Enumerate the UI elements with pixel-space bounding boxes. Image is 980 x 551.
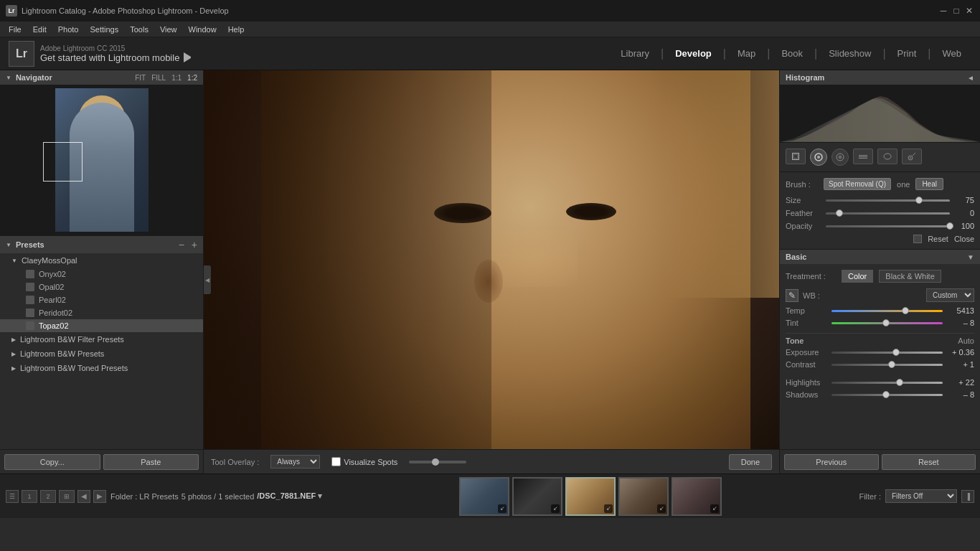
nav-map[interactable]: Map	[727, 45, 765, 62]
nav-next-btn[interactable]: ▶	[93, 490, 106, 503]
color-treatment-btn[interactable]: Color	[842, 270, 873, 283]
basic-collapse-icon[interactable]: ▼	[967, 253, 974, 261]
filmstrip-thumb-4[interactable]: ↙	[618, 477, 669, 516]
visualize-spots-checkbox[interactable]	[331, 457, 341, 466]
preset-group-bw[interactable]: ▶ Lightroom B&W Presets	[0, 347, 203, 361]
presets-minus-btn[interactable]: −	[179, 239, 184, 250]
nav-develop[interactable]: Develop	[665, 45, 722, 62]
view-compare-btn[interactable]: 2	[40, 490, 56, 503]
histogram-collapse-icon[interactable]: ◄	[967, 74, 974, 82]
zoom-levels: FIT FILL 1:1 1:2	[135, 74, 197, 82]
menu-settings[interactable]: Settings	[84, 24, 124, 35]
preset-group-clay-header[interactable]: ▼ ClaeyMossOpal	[0, 253, 203, 268]
preset-opal02-icon	[26, 283, 34, 291]
minimize-button[interactable]: ─	[938, 6, 948, 16]
menu-photo[interactable]: Photo	[52, 24, 85, 35]
left-panel-collapse-tab[interactable]: ◀	[204, 265, 211, 294]
exposure-slider[interactable]	[831, 352, 943, 354]
preset-group-bw-toned[interactable]: ▶ Lightroom B&W Toned Presets	[0, 361, 203, 375]
menu-tools[interactable]: Tools	[124, 24, 154, 35]
menu-edit[interactable]: Edit	[27, 24, 52, 35]
window-controls[interactable]: ─ □ ✕	[938, 6, 974, 16]
svg-point-9	[817, 156, 820, 159]
filmstrip-thumb-3[interactable]: ↙	[565, 477, 616, 516]
filmstrip-thumb-1[interactable]: ↙	[459, 477, 509, 516]
view-grid-btn[interactable]: ⊞	[59, 490, 75, 503]
nav-web[interactable]: Web	[933, 45, 972, 62]
spot-close-button[interactable]: Close	[954, 235, 974, 243]
spot-reset-button[interactable]: Reset	[928, 235, 948, 243]
spot-removal-type-btn[interactable]: Spot Removal (Q)	[824, 178, 891, 190]
overlay-select[interactable]: Always Never Selected	[270, 455, 320, 468]
spot-removal-btn[interactable]	[810, 149, 827, 166]
filmstrip-thumb-2[interactable]: ↙	[512, 477, 562, 516]
preset-peridot02[interactable]: Peridot02	[0, 306, 203, 319]
view-single-btn[interactable]: 1	[22, 490, 37, 503]
left-panel: ▼ Navigator FIT FILL 1:1 1:2	[0, 70, 204, 474]
nav-prev-btn[interactable]: ◀	[77, 490, 90, 503]
basic-panel: Basic ▼ Treatment : Color Black & White …	[780, 250, 980, 449]
zoom-fit[interactable]: FIT	[135, 74, 146, 82]
shadows-label: Shadows	[786, 390, 827, 399]
feather-slider[interactable]	[826, 212, 950, 215]
close-button[interactable]: ✕	[964, 6, 974, 16]
paste-button[interactable]: Paste	[103, 454, 199, 470]
preset-pearl02[interactable]: Pearl02	[0, 293, 203, 306]
highlights-slider[interactable]	[831, 382, 943, 384]
auto-btn[interactable]: Auto	[958, 336, 974, 345]
presets-title: Presets	[16, 240, 44, 249]
navigator-image[interactable]	[0, 85, 203, 235]
wb-select[interactable]: Custom Auto Daylight Cloudy Shade	[926, 288, 974, 302]
main-photo[interactable]	[204, 70, 779, 449]
preset-topaz02[interactable]: Topaz02	[0, 319, 203, 332]
histogram-header: Histogram ◄	[780, 70, 980, 85]
preset-onyx02[interactable]: Onyx02	[0, 268, 203, 281]
copy-button[interactable]: Copy...	[4, 454, 100, 470]
file-dropdown-icon[interactable]: ▾	[318, 491, 322, 500]
shadows-slider[interactable]	[831, 394, 943, 396]
nav-book[interactable]: Book	[771, 45, 813, 62]
nav-slideshow[interactable]: Slideshow	[819, 45, 881, 62]
nav-library[interactable]: Library	[611, 45, 659, 62]
temp-slider[interactable]	[831, 310, 943, 312]
menu-view[interactable]: View	[154, 24, 183, 35]
zoom-1-2[interactable]: 1:2	[187, 74, 197, 82]
menu-window[interactable]: Window	[183, 24, 222, 35]
size-slider[interactable]	[826, 199, 950, 202]
heal-btn[interactable]: Heal	[915, 178, 943, 190]
visualize-slider[interactable]	[409, 461, 466, 463]
lr-subtitle-play-icon[interactable]	[184, 52, 194, 62]
previous-button[interactable]: Previous	[784, 454, 879, 470]
menu-help[interactable]: Help	[222, 24, 250, 35]
nav-print[interactable]: Print	[887, 45, 927, 62]
presets-collapse-icon[interactable]: ▼	[6, 242, 11, 248]
group-bw-toned-collapsed-icon: ▶	[11, 365, 16, 372]
contrast-slider[interactable]	[831, 364, 943, 366]
bw-treatment-btn[interactable]: Black & White	[879, 270, 941, 283]
maximize-button[interactable]: □	[951, 6, 961, 16]
graduated-filter-btn[interactable]	[853, 149, 873, 164]
zoom-1-1[interactable]: 1:1	[171, 74, 182, 82]
zoom-fill[interactable]: FILL	[151, 74, 166, 82]
filmstrip-lock-icon[interactable]: ▐	[961, 490, 974, 503]
menu-file[interactable]: File	[3, 24, 27, 35]
svg-rect-4	[792, 153, 793, 160]
tint-slider[interactable]	[831, 322, 943, 324]
filter-select[interactable]: Filters Off Flagged Rated	[885, 489, 957, 503]
reset-develop-button[interactable]: Reset	[882, 454, 976, 470]
preset-opal02[interactable]: Opal02	[0, 281, 203, 293]
done-button[interactable]: Done	[729, 454, 772, 470]
red-eye-btn[interactable]	[831, 149, 849, 166]
navigator-title: Navigator	[16, 73, 52, 82]
crop-tool-btn[interactable]	[786, 149, 806, 164]
opacity-slider[interactable]	[826, 225, 950, 227]
filmstrip-thumb-5[interactable]: ↙	[672, 477, 722, 516]
navigator-collapse-icon[interactable]: ▼	[6, 75, 11, 81]
presets-plus-btn[interactable]: +	[192, 239, 197, 250]
eyedropper-icon[interactable]: ✎	[786, 289, 798, 302]
radial-filter-btn[interactable]	[877, 149, 897, 164]
preset-group-bw-filter[interactable]: ▶ Lightroom B&W Filter Presets	[0, 332, 203, 347]
filmstrip-menu-icon[interactable]: ☰	[6, 490, 19, 503]
adjustment-brush-btn[interactable]	[902, 149, 922, 164]
spot-checkbox[interactable]	[913, 235, 922, 243]
